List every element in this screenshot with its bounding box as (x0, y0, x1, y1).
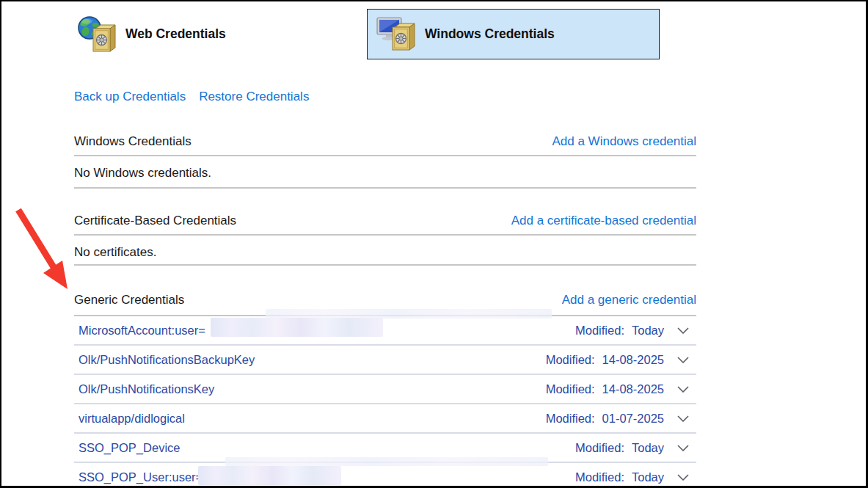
credential-name: Olk/PushNotificationsKey (79, 382, 214, 396)
divider (74, 234, 696, 236)
credential-manager-panel: Web Credentials (0, 0, 868, 488)
modified-info: Modified: Today (575, 470, 664, 484)
modified-info: Modified: 14-08-2025 (546, 382, 664, 396)
web-credentials-icon (77, 14, 118, 55)
divider (74, 264, 696, 266)
redacted-blur (225, 457, 548, 466)
credential-name: Olk/PushNotificationsBackupKey (79, 353, 255, 367)
modified-info: Modified: 01-07-2025 (546, 412, 664, 426)
modified-info: Modified: Today (575, 441, 664, 455)
credential-name: MicrosoftAccount:user= (79, 324, 205, 338)
chevron-down-icon[interactable] (674, 409, 692, 427)
add-generic-credential-link[interactable]: Add a generic credential (562, 293, 696, 307)
redacted-blur (211, 318, 383, 337)
credential-row-virtualapp[interactable]: virtualapp/didlogical Modified: 01-07-20… (74, 404, 696, 434)
certificate-credentials-section-header: Certificate-Based Credentials Add a cert… (74, 214, 696, 228)
divider (74, 187, 696, 189)
tab-web-credentials[interactable]: Web Credentials (74, 9, 346, 59)
windows-credentials-title: Windows Credentials (74, 134, 192, 149)
certificate-credentials-title: Certificate-Based Credentials (74, 214, 236, 228)
redacted-blur (198, 466, 341, 485)
tab-windows-credentials-label: Windows Credentials (425, 26, 555, 42)
credential-actions: Back up Credentials Restore Credentials (74, 90, 309, 104)
modified-info: Modified: 14-08-2025 (546, 353, 664, 367)
generic-credentials-title: Generic Credentials (74, 293, 184, 307)
chevron-down-icon[interactable] (674, 439, 692, 456)
credential-row-olk-key[interactable]: Olk/PushNotificationsKey Modified: 14-08… (74, 375, 696, 404)
chevron-down-icon[interactable] (674, 321, 692, 339)
certificate-credentials-empty: No certificates. (74, 245, 696, 260)
restore-credentials-link[interactable]: Restore Credentials (199, 90, 309, 104)
credential-name: SSO_POP_Device (79, 441, 180, 455)
divider (74, 155, 696, 156)
safe-icon (92, 23, 117, 54)
generic-credentials-section-header: Generic Credentials Add a generic creden… (74, 293, 696, 307)
red-arrow-annotation (12, 205, 78, 295)
tab-web-credentials-label: Web Credentials (125, 26, 226, 42)
credential-row-microsoftaccount[interactable]: MicrosoftAccount:user= Modified: Today (74, 316, 696, 346)
safe-icon (391, 22, 416, 52)
credential-row-sso-pop-user[interactable]: SSO_POP_User:user= Modified: Today (74, 463, 696, 488)
chevron-down-icon[interactable] (674, 468, 692, 486)
tab-windows-credentials[interactable]: Windows Credentials (367, 9, 660, 59)
add-windows-credential-link[interactable]: Add a Windows credential (552, 134, 696, 149)
windows-credentials-empty: No Windows credentials. (74, 166, 696, 181)
backup-credentials-link[interactable]: Back up Credentials (74, 90, 186, 104)
windows-credentials-icon (376, 14, 417, 55)
chevron-down-icon[interactable] (674, 380, 692, 398)
chevron-down-icon[interactable] (674, 351, 692, 368)
credential-name: virtualapp/didlogical (79, 412, 185, 426)
modified-info: Modified: Today (575, 324, 664, 338)
credential-row-olk-backupkey[interactable]: Olk/PushNotificationsBackupKey Modified:… (74, 346, 696, 375)
add-certificate-credential-link[interactable]: Add a certificate-based credential (511, 214, 696, 228)
windows-credentials-section-header: Windows Credentials Add a Windows creden… (74, 134, 696, 149)
credential-name: SSO_POP_User:user= (79, 470, 203, 484)
